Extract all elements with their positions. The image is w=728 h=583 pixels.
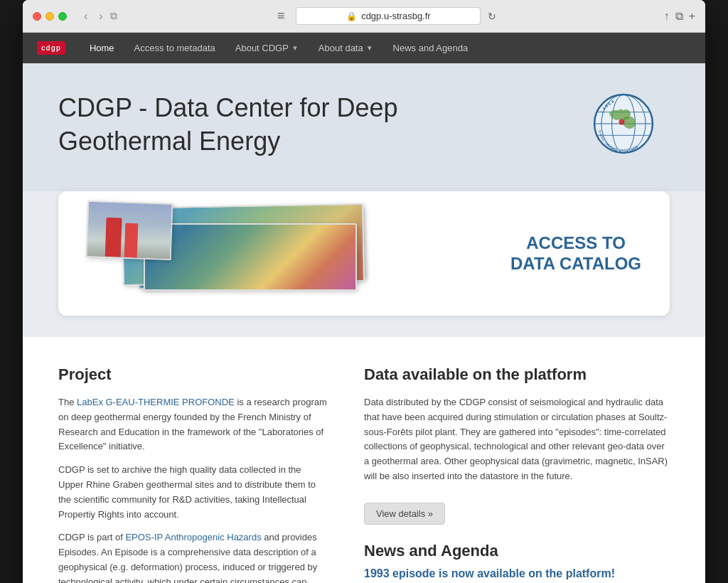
lock-icon: 🔒	[346, 11, 357, 21]
add-tab-button[interactable]: +	[689, 10, 695, 23]
logo-cdgp-text: cdgp	[41, 44, 61, 52]
view-details-button[interactable]: View details »	[364, 503, 445, 525]
url-text: cdgp.u-strasbg.fr	[361, 11, 431, 21]
svg-point-6	[619, 119, 624, 124]
share-button[interactable]: ↑	[664, 10, 670, 23]
nav-news-agenda[interactable]: News and Agenda	[383, 33, 478, 63]
window-resize-button[interactable]: ⧉	[110, 9, 117, 24]
nav-access-metadata[interactable]: Access to metadata	[124, 33, 225, 63]
nav-buttons: ‹ › ⧉	[80, 9, 117, 24]
labex-globe-svg: LABEX G-EAU-THERMIE PROFONDE	[592, 92, 655, 156]
page-title: CDGP - Data Center for Deep Geothermal E…	[58, 92, 563, 159]
labex-link[interactable]: LabEx G-EAU-THERMIE PROFONDE	[77, 397, 235, 407]
nav-home[interactable]: Home	[80, 33, 124, 63]
browser-window: ‹ › ⧉ ≡ 🔒 cdgp.u-strasbg.fr ↻ ↑ ⧉ + cdgp	[23, 0, 705, 583]
catalog-text[interactable]: ACCESS TO DATA CATALOG	[510, 233, 641, 274]
close-button[interactable]	[33, 12, 41, 21]
map-card-front	[144, 223, 357, 291]
news-section-title: News and Agenda	[364, 542, 670, 560]
catalog-title: ACCESS TO DATA CATALOG	[510, 233, 641, 274]
hero-title: CDGP - Data Center for Deep Geothermal E…	[58, 92, 563, 159]
maximize-button[interactable]	[58, 12, 67, 21]
hamburger-icon[interactable]: ≡	[277, 9, 285, 23]
address-bar-area: ≡ 🔒 cdgp.u-strasbg.fr ↻	[124, 7, 650, 25]
project-para1: The LabEx G-EAU-THERMIE PROFONDE is a re…	[58, 395, 328, 454]
hero-section: CDGP - Data Center for Deep Geothermal E…	[23, 63, 705, 191]
nav-about-cdgp-arrow: ▼	[291, 44, 299, 52]
browser-titlebar: ‹ › ⧉ ≡ 🔒 cdgp.u-strasbg.fr ↻ ↑ ⧉ +	[23, 0, 705, 33]
site-logo[interactable]: cdgp	[37, 36, 65, 60]
project-para2: CDGP is set to archive the high quality …	[58, 463, 328, 522]
address-bar[interactable]: 🔒 cdgp.u-strasbg.fr	[296, 7, 481, 25]
content-section: Project The LabEx G-EAU-THERMIE PROFONDE…	[23, 337, 705, 583]
labex-logo: LABEX G-EAU-THERMIE PROFONDE	[592, 92, 670, 170]
project-para3: CDGP is part of EPOS-IP Anthropogenic Ha…	[58, 530, 328, 583]
project-title: Project	[58, 365, 328, 384]
tabs-button[interactable]: ⧉	[675, 10, 683, 23]
minimize-button[interactable]	[46, 12, 54, 21]
refresh-icon[interactable]: ↻	[488, 11, 496, 22]
nav-about-data[interactable]: About data ▼	[309, 33, 383, 63]
forward-button[interactable]: ›	[95, 9, 107, 24]
catalog-banner[interactable]: ACCESS TO DATA CATALOG	[58, 191, 670, 316]
main-content: CDGP - Data Center for Deep Geothermal E…	[23, 63, 705, 583]
catalog-images	[80, 198, 385, 309]
right-column: Data available on the platform Data dist…	[364, 365, 670, 583]
back-button[interactable]: ‹	[80, 9, 92, 24]
nav-items: Home Access to metadata About CDGP ▼ Abo…	[80, 33, 478, 63]
epos-link[interactable]: EPOS-IP Anthropogenic Hazards	[125, 532, 261, 542]
nav-about-cdgp[interactable]: About CDGP ▼	[225, 33, 309, 63]
traffic-lights	[33, 12, 67, 21]
project-section: Project The LabEx G-EAU-THERMIE PROFONDE…	[58, 365, 328, 583]
site-nav: cdgp Home Access to metadata About CDGP …	[23, 33, 705, 63]
photo-card	[86, 200, 173, 260]
data-platform-title: Data available on the platform	[364, 365, 670, 384]
right-controls: ↑ ⧉ +	[664, 10, 695, 23]
nav-about-data-arrow: ▼	[366, 44, 373, 52]
news-item-title[interactable]: 1993 episode is now available on the pla…	[364, 567, 670, 580]
data-platform-description: Data distributed by the CDGP consist of …	[364, 395, 670, 484]
